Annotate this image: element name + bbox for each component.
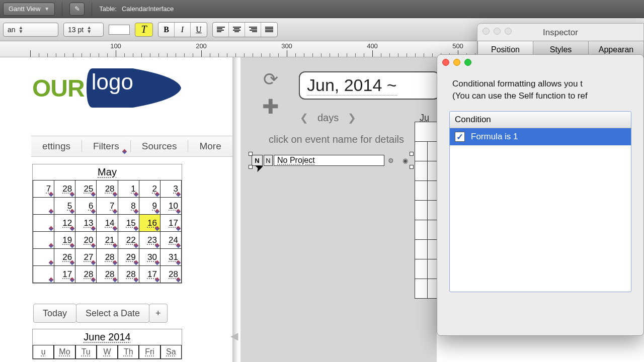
bold-button[interactable]: B: [158, 23, 175, 37]
calendar-day[interactable]: 15: [118, 215, 139, 232]
font-size-select[interactable]: 13 pt ▲▼: [63, 23, 104, 37]
calendar-day[interactable]: 8: [118, 198, 139, 215]
calendar-day[interactable]: [33, 232, 54, 249]
tab-settings[interactable]: ettings: [31, 136, 82, 156]
logo-shape: logo: [83, 64, 183, 112]
calendar-day[interactable]: 2: [139, 180, 160, 198]
tab-more[interactable]: More: [188, 136, 232, 156]
align-center-button[interactable]: [229, 23, 245, 37]
calendar-day[interactable]: 7: [97, 198, 118, 215]
add-date-button[interactable]: +: [149, 304, 168, 323]
calendar-day[interactable]: 1: [118, 180, 139, 198]
close-icon[interactable]: [442, 59, 449, 66]
calendar-day[interactable]: 21: [97, 232, 118, 249]
ruler-label: 300: [281, 42, 292, 50]
stepper-icon: ▲▼: [87, 26, 92, 34]
popover-indicator-icon: [176, 278, 181, 283]
selection-handle[interactable]: [249, 152, 253, 156]
calendar-day[interactable]: 9: [139, 198, 160, 215]
edit-layout-button[interactable]: ✎: [69, 3, 85, 16]
calendar-day[interactable]: 28: [118, 266, 139, 283]
selection-handle[interactable]: [410, 152, 414, 156]
select-date-button[interactable]: Select a Date: [76, 304, 149, 323]
calendar-day[interactable]: 28: [97, 180, 118, 198]
calendar-day[interactable]: 27: [75, 249, 97, 266]
underline-button[interactable]: U: [191, 23, 207, 37]
calendar-day[interactable]: [33, 215, 54, 232]
gantt-cell: [415, 220, 440, 240]
calendar-day[interactable]: 5: [54, 198, 75, 215]
italic-button[interactable]: I: [175, 23, 191, 37]
zoom-icon[interactable]: [464, 59, 471, 66]
font-family-select[interactable]: an ▲▼: [3, 23, 58, 37]
popover-indicator-icon: [70, 243, 75, 248]
calendar-day[interactable]: 14: [97, 215, 118, 232]
weekday-label: W: [97, 345, 118, 359]
condition-listbox[interactable]: Condition ✓ Formula is 1: [449, 111, 631, 292]
calendar-day[interactable]: 28: [75, 266, 97, 283]
tab-sources[interactable]: Sources: [131, 136, 188, 156]
days-navigator: ❮ days ❯: [300, 112, 356, 124]
calendar-day[interactable]: 6: [75, 198, 97, 215]
popover-indicator-icon: [154, 278, 159, 283]
next-arrow-icon[interactable]: ❯: [348, 112, 356, 124]
month-display-field[interactable]: Jun, 2014 ~: [299, 71, 440, 100]
checkbox-icon[interactable]: ✓: [455, 132, 465, 142]
calendar-month-title: June 2014: [33, 329, 182, 345]
calendar-day[interactable]: 7: [33, 180, 54, 198]
highlight-glyph: T: [141, 24, 146, 35]
selection-handle[interactable]: [410, 165, 414, 169]
calendar-day[interactable]: 17: [54, 266, 75, 283]
calendar-day[interactable]: 10: [160, 198, 181, 215]
highlight-swatch[interactable]: T: [135, 23, 153, 37]
calendar-day[interactable]: 23: [139, 232, 160, 249]
gantt-cell: [415, 122, 440, 142]
gear-icon[interactable]: ⚙: [385, 155, 396, 166]
align-justify-button[interactable]: [261, 23, 277, 37]
refresh-icon[interactable]: ⟳: [260, 68, 282, 90]
gantt-cell: [415, 180, 440, 201]
event-portal-row[interactable]: N N No Project ⚙ ◉: [252, 155, 411, 166]
calendar-day[interactable]: 24: [160, 232, 181, 249]
popover-indicator-icon: [49, 226, 54, 231]
view-selector[interactable]: Gantt View ▼: [3, 3, 55, 16]
calendar-day[interactable]: 22: [118, 232, 139, 249]
prev-arrow-icon[interactable]: ❮: [300, 112, 308, 124]
minimize-icon[interactable]: [453, 59, 460, 66]
calendar-day[interactable]: 28: [97, 266, 118, 283]
conditional-formatting-window[interactable]: Conditional formatting allows you t (You…: [437, 54, 644, 336]
calendar-day[interactable]: 29: [118, 249, 139, 266]
inspector-window[interactable]: Inspector Position Styles Appearan: [477, 23, 644, 59]
calendar-day[interactable]: 31: [160, 249, 181, 266]
condition-row[interactable]: ✓ Formula is 1: [450, 128, 631, 145]
calendar-day[interactable]: 3: [160, 180, 181, 198]
calendar-day[interactable]: 28: [54, 180, 75, 198]
align-left-button[interactable]: [213, 23, 229, 37]
tab-filters[interactable]: Filters: [82, 136, 130, 156]
calendar-day[interactable]: 19: [54, 232, 75, 249]
text-color-swatch[interactable]: [109, 25, 130, 35]
calendar-day[interactable]: 12: [54, 215, 75, 232]
calendar-day[interactable]: 13: [75, 215, 97, 232]
expand-left-icon[interactable]: ◀: [230, 330, 238, 342]
calendar-day[interactable]: 26: [54, 249, 75, 266]
visibility-icon[interactable]: ◉: [399, 155, 411, 166]
calendar-day[interactable]: 16: [139, 215, 160, 232]
calendar-day[interactable]: 28: [160, 266, 181, 283]
calendar-day[interactable]: 17: [139, 266, 160, 283]
popover-indicator-icon: [49, 209, 54, 214]
calendar-day[interactable]: [33, 249, 54, 266]
event-name-field[interactable]: No Project: [274, 155, 384, 166]
selection-handle[interactable]: [249, 165, 253, 169]
weekday-label: Tu: [75, 345, 97, 359]
calendar-day[interactable]: 20: [75, 232, 97, 249]
calendar-day[interactable]: 28: [97, 249, 118, 266]
align-right-button[interactable]: [245, 23, 261, 37]
calendar-day[interactable]: 17: [160, 215, 181, 232]
today-button[interactable]: Today: [33, 304, 76, 323]
calendar-day[interactable]: 25: [75, 180, 97, 198]
calendar-day[interactable]: [33, 198, 54, 215]
add-event-icon[interactable]: ✚: [260, 96, 282, 118]
calendar-day[interactable]: 30: [139, 249, 160, 266]
calendar-day[interactable]: [33, 266, 54, 283]
